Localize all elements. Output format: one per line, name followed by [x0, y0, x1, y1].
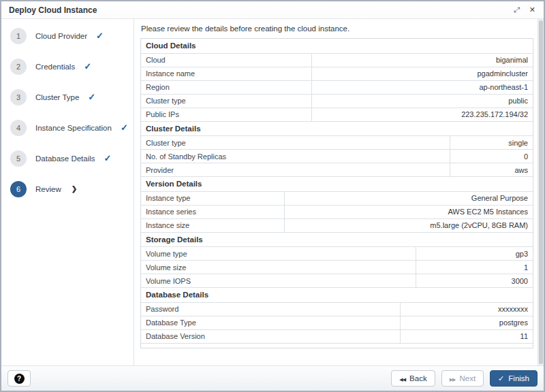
table-row: No. of Standby Replicas 0 — [141, 150, 533, 163]
finish-button-label: Finish — [508, 374, 529, 382]
step-review[interactable]: 6 Review ❯ — [1, 174, 134, 204]
row-label: Volume type — [141, 247, 416, 261]
review-intro-text: Please review the details before creatin… — [141, 24, 533, 33]
row-label: Instance name — [141, 67, 311, 80]
step-number-badge: 5 — [10, 150, 27, 167]
review-content: Please review the details before creatin… — [134, 19, 544, 365]
row-value: single — [450, 136, 533, 150]
finish-button[interactable]: ✓ Finish — [490, 370, 538, 387]
step-cluster-type[interactable]: 3 Cluster Type ✓ — [1, 82, 134, 112]
dialog-title: Deploy Cloud Instance — [9, 5, 97, 15]
row-label: Instance size — [141, 218, 284, 232]
row-value: gp3 — [416, 247, 533, 261]
titlebar-icons: ⤢ ✕ — [514, 6, 535, 14]
back-button-label: Back — [409, 374, 427, 382]
maximize-icon[interactable]: ⤢ — [514, 6, 520, 14]
cluster-details-table: Cluster Details Cluster type single No. … — [141, 122, 533, 178]
step-label: Review — [35, 185, 61, 193]
step-number-badge: 6 — [10, 181, 27, 197]
step-label: Credentials — [35, 63, 75, 71]
step-cloud-provider[interactable]: 1 Cloud Provider ✓ — [1, 20, 134, 51]
close-icon[interactable]: ✕ — [529, 6, 535, 14]
table-row: Instance type General Purpose — [141, 191, 533, 205]
row-label: Database Version — [141, 329, 400, 343]
row-label: Public IPs — [141, 108, 311, 121]
step-label: Cluster Type — [35, 93, 79, 101]
next-button[interactable]: ▶▶ Next — [441, 370, 484, 387]
vertical-scrollbar[interactable] — [538, 19, 544, 365]
row-value: 1 — [416, 261, 533, 274]
section-title: Database Details — [141, 288, 533, 302]
step-number-badge: 3 — [10, 89, 27, 105]
scrollbar-thumb[interactable] — [539, 20, 543, 364]
table-row: Instance size m5.large (2vCPU, 8GB RAM) — [141, 218, 533, 232]
step-instance-specification[interactable]: 4 Instance Specification ✓ — [1, 112, 134, 143]
table-row: Cluster type single — [141, 136, 533, 150]
step-active-chevron-icon: ❯ — [72, 185, 77, 193]
row-value: m5.large (2vCPU, 8GB RAM) — [284, 218, 533, 232]
table-row: Cloud biganimal — [141, 53, 533, 67]
row-label: Volume IOPS — [141, 274, 416, 288]
row-value: 0 — [450, 150, 533, 163]
step-credentials[interactable]: 2 Credentials ✓ — [1, 51, 134, 82]
row-value: 11 — [400, 329, 533, 343]
row-label: Database Type — [141, 316, 400, 329]
step-label: Database Details — [35, 154, 95, 163]
dialog-footer: ? ◀◀ Back ▶▶ Next ✓ Finish — [1, 365, 544, 391]
row-value: ap-northeast-1 — [311, 80, 533, 94]
database-details-table: Database Details Password xxxxxxxx Datab… — [141, 288, 533, 344]
table-row: Database Version 11 — [141, 329, 533, 343]
table-row: Volume IOPS 3000 — [141, 274, 533, 288]
row-value: AWS EC2 M5 Instances — [284, 205, 533, 218]
section-title: Storage Details — [141, 233, 533, 247]
step-complete-check-icon: ✓ — [104, 154, 112, 163]
table-row: Provider aws — [141, 163, 533, 177]
help-icon: ? — [14, 374, 25, 384]
table-row: Instance series AWS EC2 M5 Instances — [141, 205, 533, 218]
row-value: biganimal — [311, 53, 533, 67]
deploy-cloud-instance-dialog: Deploy Cloud Instance ⤢ ✕ 1 Cloud Provid… — [0, 0, 545, 392]
table-row: Instance name pgadmincluster — [141, 67, 533, 80]
row-label: Region — [141, 80, 311, 94]
step-complete-check-icon: ✓ — [84, 62, 91, 71]
row-value: 223.235.172.194/32 — [311, 108, 533, 121]
row-label: Instance type — [141, 191, 284, 205]
wizard-steps-sidebar: 1 Cloud Provider ✓ 2 Credentials ✓ 3 Clu… — [1, 19, 134, 365]
step-complete-check-icon: ✓ — [88, 93, 95, 101]
row-value: General Purpose — [284, 191, 533, 205]
dialog-body: 1 Cloud Provider ✓ 2 Credentials ✓ 3 Clu… — [1, 19, 544, 365]
review-scroll-area: Please review the details before creatin… — [134, 19, 538, 365]
row-value: 3000 — [416, 274, 533, 288]
step-label: Instance Specification — [35, 124, 112, 132]
table-row: Region ap-northeast-1 — [141, 80, 533, 94]
section-title: Cloud Details — [141, 39, 533, 53]
back-icon: ◀◀ — [399, 377, 405, 382]
help-button[interactable]: ? — [7, 370, 31, 387]
table-row: Cluster type public — [141, 94, 533, 108]
row-label: Password — [141, 302, 400, 316]
row-label: Cloud — [141, 53, 311, 67]
version-details-table: Version Details Instance type General Pu… — [141, 177, 533, 233]
row-label: Instance series — [141, 205, 284, 218]
step-label: Cloud Provider — [35, 32, 87, 40]
step-number-badge: 4 — [10, 120, 27, 136]
next-icon: ▶▶ — [450, 377, 456, 382]
row-value: public — [311, 94, 533, 108]
step-number-badge: 2 — [10, 59, 27, 75]
row-value: aws — [450, 163, 533, 177]
review-tables-container: Cloud Details Cloud biganimal Instance n… — [140, 38, 533, 348]
dialog-titlebar: Deploy Cloud Instance ⤢ ✕ — [1, 1, 544, 19]
row-value: xxxxxxxx — [400, 302, 533, 316]
section-title: Version Details — [141, 177, 533, 191]
back-button[interactable]: ◀◀ Back — [391, 370, 435, 387]
step-database-details[interactable]: 5 Database Details ✓ — [1, 143, 134, 174]
row-label: No. of Standby Replicas — [141, 150, 450, 163]
table-row: Password xxxxxxxx — [141, 302, 533, 316]
step-complete-check-icon: ✓ — [121, 123, 128, 132]
row-value: pgadmincluster — [311, 67, 533, 80]
cloud-details-table: Cloud Details Cloud biganimal Instance n… — [141, 39, 533, 122]
table-row: Volume type gp3 — [141, 247, 533, 261]
row-label: Cluster type — [141, 94, 311, 108]
storage-details-table: Storage Details Volume type gp3 Volume s… — [141, 233, 533, 289]
row-value: postgres — [400, 316, 533, 329]
